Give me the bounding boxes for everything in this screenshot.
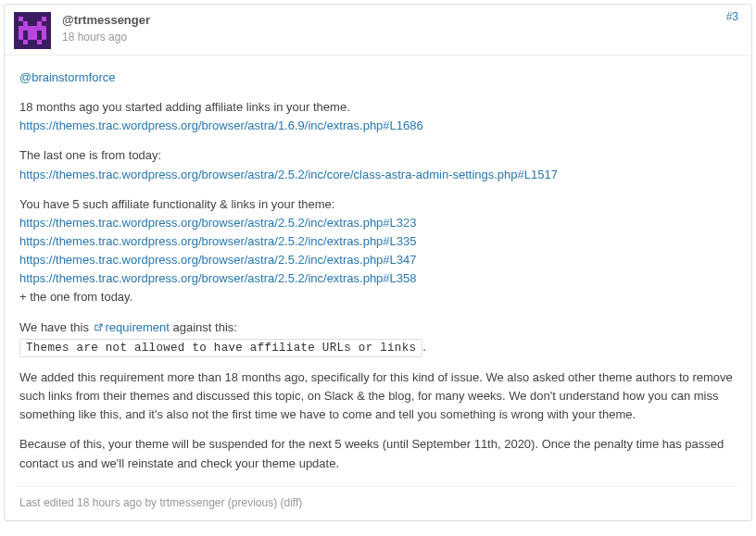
diff-link[interactable]: diff [284, 496, 299, 509]
text-line: 18 months ago you started adding affilia… [19, 100, 350, 114]
trac-link[interactable]: https://themes.trac.wordpress.org/browse… [19, 118, 423, 132]
svg-rect-4 [37, 21, 42, 26]
text-line: We have this [19, 320, 93, 334]
footer-time-link[interactable]: 18 hours ago [77, 496, 142, 509]
footer-text: Last edited [19, 496, 77, 509]
comment-number[interactable]: #3 [726, 10, 738, 23]
comment-body: @brainstormforce 18 months ago you start… [5, 55, 751, 520]
svg-rect-3 [23, 21, 28, 26]
svg-rect-10 [28, 35, 37, 40]
footer-text: by trtmessenger ( [142, 496, 232, 509]
svg-rect-2 [42, 17, 46, 21]
external-link-icon [93, 319, 104, 338]
footer-text: ) [298, 496, 302, 509]
svg-rect-12 [23, 40, 28, 44]
text-line: You have 5 such affiliate functionality … [19, 197, 334, 211]
comment-header: @trtmessenger 18 hours ago #3 [5, 5, 751, 55]
trac-link[interactable]: https://themes.trac.wordpress.org/browse… [19, 216, 417, 230]
post-timestamp[interactable]: 18 hours ago [62, 31, 738, 44]
avatar [14, 12, 51, 49]
text-line: + the one from today. [19, 290, 132, 304]
paragraph: Because of this, your theme will be susp… [19, 435, 737, 472]
svg-rect-5 [19, 26, 46, 31]
trac-link[interactable]: https://themes.trac.wordpress.org/browse… [19, 234, 417, 248]
svg-rect-11 [42, 35, 46, 40]
trac-link[interactable]: https://themes.trac.wordpress.org/browse… [19, 253, 417, 267]
svg-rect-8 [37, 31, 42, 35]
text-line: against this: [170, 320, 237, 334]
svg-rect-6 [19, 31, 46, 35]
svg-rect-9 [19, 35, 23, 40]
svg-rect-1 [19, 17, 23, 21]
comment-card: @trtmessenger 18 hours ago #3 @brainstor… [4, 4, 752, 521]
svg-rect-7 [23, 31, 28, 35]
footer-text: ) ( [273, 496, 284, 509]
text-line: The last one is from today: [19, 148, 161, 162]
svg-rect-13 [37, 40, 42, 44]
mention-link[interactable]: @brainstormforce [19, 70, 116, 84]
requirement-link[interactable]: requirement [106, 320, 170, 334]
code-quote: Themes are not allowed to have affiliate… [19, 339, 422, 357]
paragraph: We added this requirement more than 18 m… [19, 368, 737, 424]
author-block: @trtmessenger 18 hours ago [62, 12, 738, 44]
edit-footer: Last edited 18 hours ago by trtmessenger… [19, 486, 737, 512]
previous-link[interactable]: previous [232, 496, 273, 509]
trac-link[interactable]: https://themes.trac.wordpress.org/browse… [19, 168, 558, 181]
trac-link[interactable]: https://themes.trac.wordpress.org/browse… [19, 271, 417, 285]
author-handle[interactable]: @trtmessenger [62, 12, 738, 29]
